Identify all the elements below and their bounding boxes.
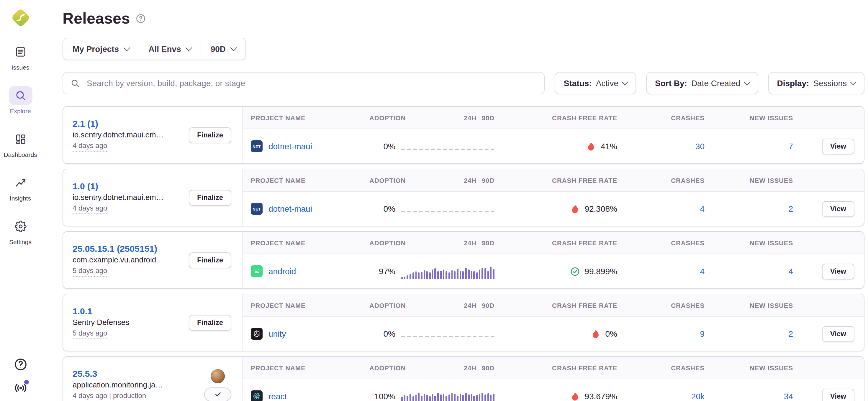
crashes-count-link[interactable]: 9: [700, 329, 705, 338]
view-button[interactable]: View: [822, 326, 855, 342]
col-adoption: ADOPTION: [369, 302, 406, 309]
project-filter-label: My Projects: [72, 44, 119, 54]
sidebar-item-explore[interactable]: Explore: [1, 86, 39, 114]
new-issues-count-link[interactable]: 2: [788, 329, 793, 338]
release-summary-panel: 1.0 (1) io.sentry.dotnet.maui.em… 4 days…: [63, 169, 243, 226]
col-24h[interactable]: 24H: [464, 114, 476, 121]
col-90d[interactable]: 90D: [482, 239, 494, 246]
new-issues-count-link[interactable]: 4: [788, 267, 793, 276]
flat-adoption-dash: [401, 336, 494, 337]
project-link[interactable]: react: [269, 392, 287, 401]
table-row: unity 0% 0% 9 2 View: [243, 317, 864, 351]
adoption-sparkline: [401, 139, 494, 154]
help-button[interactable]: [13, 357, 27, 371]
view-button[interactable]: View: [822, 138, 855, 154]
toolbar: Status: Active Sort By: Date Created Dis…: [63, 72, 864, 94]
sidebar: Issues Explore Dashboards Insights Setti…: [0, 0, 41, 401]
crash-free-value: 92.308%: [585, 204, 617, 213]
sidebar-item-insights[interactable]: Insights: [1, 173, 39, 202]
release-meta: 5 days ago: [72, 266, 157, 277]
release-card: 1.0.1 Sentry Defenses 5 days ago Finaliz…: [63, 294, 864, 352]
date-range-filter-button[interactable]: 90D: [201, 38, 245, 60]
search-box: [63, 72, 545, 94]
release-package: application.monitoring.ja…: [72, 380, 163, 389]
project-link[interactable]: dotnet-maui: [269, 204, 312, 213]
col-crashes: CRASHES: [622, 177, 710, 184]
finalize-button[interactable]: Finalize: [189, 190, 231, 205]
col-new-issues: NEW ISSUES: [710, 177, 799, 184]
project-link[interactable]: unity: [269, 329, 286, 338]
status-value: Active: [596, 78, 618, 88]
adoption-sparkline: [401, 264, 494, 279]
release-version-link[interactable]: 2.1 (1): [72, 119, 164, 129]
adoption-value: 0%: [369, 329, 395, 338]
crash-free-flame-icon: [591, 329, 601, 339]
col-24h[interactable]: 24H: [464, 364, 476, 371]
sidebar-item-label: Settings: [9, 238, 32, 245]
android-project-icon: [251, 265, 262, 277]
sidebar-item-label: Insights: [10, 195, 31, 202]
release-meta: 4 days ago | production: [72, 391, 163, 401]
col-adoption: ADOPTION: [369, 364, 406, 371]
col-24h[interactable]: 24H: [464, 177, 476, 184]
release-version-link[interactable]: 1.0.1: [72, 306, 129, 316]
unity-project-icon: [251, 328, 262, 340]
finalize-button[interactable]: Finalize: [189, 314, 231, 331]
display-button[interactable]: Display: Sessions: [768, 72, 864, 94]
col-crash-free-rate: CRASH FREE RATE: [504, 239, 622, 246]
col-new-issues: NEW ISSUES: [710, 114, 799, 121]
col-crashes: CRASHES: [622, 364, 710, 371]
sort-by-button[interactable]: Sort By: Date Created: [646, 72, 758, 94]
chevron-down-icon: [622, 79, 628, 86]
chevron-down-icon: [743, 79, 750, 86]
table-header-row: PROJECT NAME ADOPTION 24H 90D CRASH FREE…: [243, 294, 864, 317]
app-window: Issues Explore Dashboards Insights Setti…: [0, 0, 868, 401]
col-24h[interactable]: 24H: [464, 239, 476, 246]
release-environment: | production: [107, 392, 146, 400]
col-90d[interactable]: 90D: [482, 364, 494, 371]
project-link[interactable]: dotnet-maui: [269, 141, 312, 151]
sidebar-item-settings[interactable]: Settings: [1, 217, 39, 245]
crashes-count-link[interactable]: 4: [700, 204, 705, 213]
search-input[interactable]: [86, 78, 537, 89]
status-filter-button[interactable]: Status: Active: [555, 72, 636, 94]
finalize-button[interactable]: Finalize: [189, 252, 231, 268]
col-90d[interactable]: 90D: [482, 302, 494, 309]
crashes-count-link[interactable]: 20k: [691, 392, 705, 401]
sidebar-item-dashboards[interactable]: Dashboards: [1, 130, 39, 158]
sentry-logo[interactable]: [10, 7, 31, 28]
col-24h[interactable]: 24H: [464, 302, 476, 309]
view-button[interactable]: View: [822, 388, 855, 401]
finalize-button[interactable]: Finalize: [189, 127, 231, 143]
col-90d[interactable]: 90D: [482, 177, 494, 184]
release-version-link[interactable]: 25.5.3: [72, 369, 163, 378]
view-button[interactable]: View: [822, 263, 855, 279]
view-button[interactable]: View: [822, 201, 855, 217]
adoption-sparkline: [401, 326, 494, 341]
table-row: react 100% 93.679% 20k 34 View: [243, 379, 864, 401]
environment-filter-button[interactable]: All Envs: [139, 38, 201, 60]
col-crashes: CRASHES: [622, 302, 710, 309]
releases-help-icon[interactable]: [136, 13, 146, 23]
page-header: Releases: [63, 7, 864, 30]
sidebar-item-issues[interactable]: Issues: [1, 42, 39, 71]
release-version-link[interactable]: 1.0 (1): [72, 181, 164, 191]
col-90d[interactable]: 90D: [482, 114, 494, 121]
status-label: Status:: [564, 78, 592, 88]
explore-icon: [8, 86, 32, 105]
project-link[interactable]: android: [269, 267, 296, 276]
release-version-link[interactable]: 25.05.15.1 (2505151): [72, 243, 157, 254]
release-timestamp: 5 days ago: [72, 329, 107, 339]
finalized-check-button[interactable]: [204, 387, 231, 401]
crash-free-flame-icon: [586, 141, 596, 151]
crashes-count-link[interactable]: 4: [700, 267, 705, 276]
new-issues-count-link[interactable]: 2: [788, 204, 793, 213]
crashes-count-link[interactable]: 30: [695, 141, 705, 151]
dashboards-icon: [8, 130, 32, 148]
whats-new-broadcast-button[interactable]: [13, 381, 27, 395]
project-filter-button[interactable]: My Projects: [63, 38, 139, 60]
col-new-issues: NEW ISSUES: [710, 364, 799, 371]
crash-free-value: 0%: [606, 329, 617, 338]
new-issues-count-link[interactable]: 34: [784, 392, 793, 401]
new-issues-count-link[interactable]: 7: [788, 141, 793, 151]
